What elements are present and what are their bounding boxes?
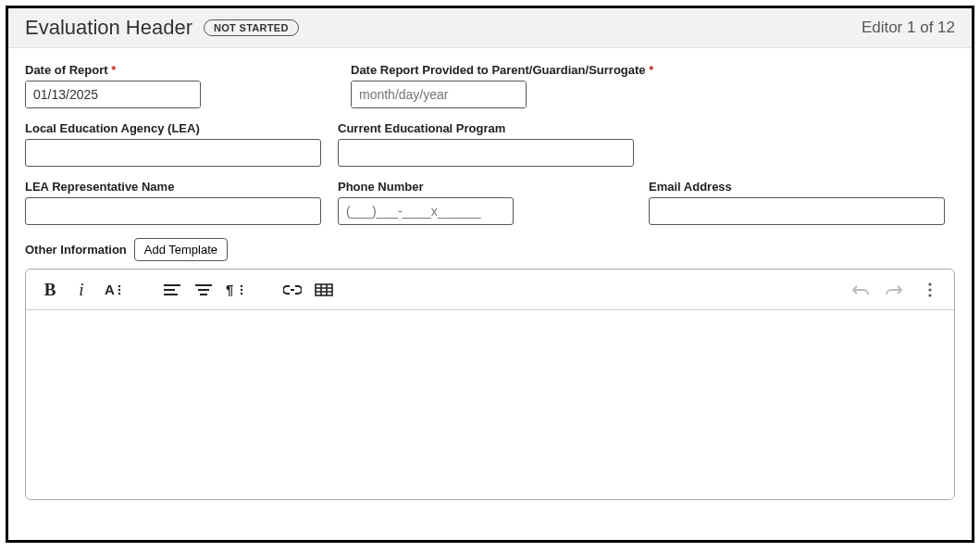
paragraph-button[interactable]: ¶ (224, 279, 250, 301)
align-left-button[interactable] (161, 279, 183, 301)
link-icon (283, 284, 302, 295)
editor-content[interactable] (26, 310, 954, 499)
toolbar-group-text: B i A (39, 279, 130, 301)
svg-point-11 (118, 292, 120, 294)
font-size-icon: A (105, 282, 127, 298)
field-rep-name: LEA Representative Name (25, 180, 321, 225)
paragraph-icon: ¶ (226, 282, 248, 297)
app-frame: Evaluation Header NOT STARTED Editor 1 o… (6, 6, 974, 543)
toolbar-group-insert (281, 279, 335, 301)
field-date-provided: Date Report Provided to Parent/Guardian/… (351, 63, 653, 108)
phone-input[interactable] (338, 197, 514, 225)
bold-button[interactable]: B (39, 279, 61, 301)
lea-input[interactable] (25, 139, 321, 167)
row-contact: LEA Representative Name Phone Number Ema… (25, 180, 955, 225)
toolbar-right (849, 279, 941, 301)
rep-name-input[interactable] (25, 197, 321, 225)
more-vertical-icon (927, 282, 933, 298)
link-button[interactable] (281, 279, 304, 301)
svg-point-20 (241, 288, 242, 290)
page-title: Evaluation Header (25, 16, 192, 40)
row-dates: Date of Report * Date Report Provided to… (25, 63, 955, 108)
label-date-provided: Date Report Provided to Parent/Guardian/… (351, 63, 653, 77)
italic-button[interactable]: i (70, 279, 93, 301)
program-input[interactable] (338, 139, 634, 167)
label-lea: Local Education Agency (LEA) (25, 121, 321, 135)
label-email: Email Address (649, 180, 945, 194)
italic-icon: i (79, 280, 83, 300)
table-button[interactable] (313, 279, 335, 301)
redo-button[interactable] (884, 279, 906, 301)
field-program: Current Educational Program (338, 121, 634, 167)
field-lea: Local Education Agency (LEA) (25, 121, 321, 167)
svg-point-27 (928, 282, 931, 285)
label-other-info: Other Information (25, 243, 127, 257)
toolbar-group-align: ¶ (161, 279, 250, 301)
editor-toolbar: B i A ¶ (26, 270, 954, 310)
svg-text:¶: ¶ (226, 282, 233, 297)
required-asterisk: * (649, 63, 653, 77)
add-template-button[interactable]: Add Template (134, 238, 228, 261)
redo-icon (886, 284, 904, 295)
rich-text-editor: B i A ¶ (25, 269, 955, 500)
form-area: Date of Report * Date Report Provided to… (8, 48, 972, 517)
svg-point-10 (118, 288, 120, 290)
undo-icon (850, 284, 869, 295)
label-phone: Phone Number (338, 180, 514, 194)
required-asterisk: * (111, 63, 116, 77)
date-provided-input-wrap (351, 81, 527, 108)
date-provided-input[interactable] (352, 82, 527, 107)
field-email: Email Address (649, 180, 945, 225)
other-info-header: Other Information Add Template (25, 238, 955, 261)
date-of-report-input[interactable] (26, 82, 201, 107)
undo-button[interactable] (849, 279, 871, 301)
bold-icon: B (44, 280, 56, 300)
table-icon (315, 283, 333, 296)
header-bar: Evaluation Header NOT STARTED Editor 1 o… (8, 8, 972, 48)
row-lea-program: Local Education Agency (LEA) Current Edu… (25, 121, 955, 167)
svg-point-9 (118, 284, 120, 286)
field-phone: Phone Number (338, 180, 514, 225)
label-rep-name: LEA Representative Name (25, 180, 321, 194)
field-date-of-report: Date of Report * (25, 63, 334, 108)
font-button[interactable]: A (102, 279, 130, 301)
more-button[interactable] (919, 279, 941, 301)
status-badge: NOT STARTED (204, 19, 299, 36)
svg-text:A: A (105, 282, 115, 297)
editor-count: Editor 1 of 12 (862, 19, 955, 37)
header-left: Evaluation Header NOT STARTED (25, 16, 299, 40)
date-of-report-input-wrap (25, 81, 201, 108)
align-left-icon (164, 283, 180, 296)
align-center-button[interactable] (192, 279, 215, 301)
svg-point-19 (241, 284, 242, 286)
svg-point-21 (241, 292, 242, 294)
align-center-icon (195, 283, 212, 296)
svg-rect-22 (316, 284, 332, 295)
svg-point-28 (928, 288, 931, 291)
toolbar-left: B i A ¶ (39, 279, 366, 301)
svg-point-29 (928, 294, 931, 296)
label-date-of-report: Date of Report * (25, 63, 334, 77)
label-program: Current Educational Program (338, 121, 634, 135)
email-input[interactable] (649, 197, 945, 225)
